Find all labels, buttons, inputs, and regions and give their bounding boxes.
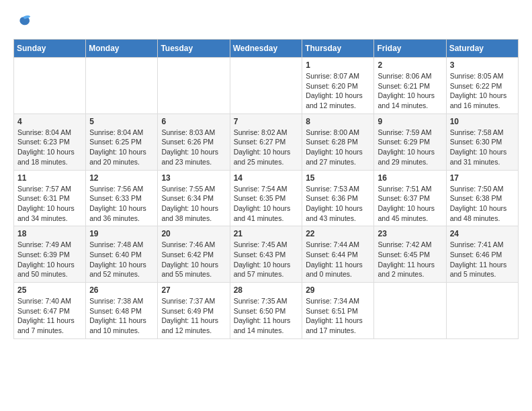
day-info: Sunrise: 8:07 AM Sunset: 6:20 PM Dayligh…: [306, 71, 370, 111]
logo: [13, 13, 35, 32]
calendar-cell: 6Sunrise: 8:03 AM Sunset: 6:26 PM Daylig…: [158, 113, 230, 170]
calendar-header-wednesday: Wednesday: [230, 40, 302, 58]
calendar-cell: [374, 283, 446, 339]
day-info: Sunrise: 7:53 AM Sunset: 6:36 PM Dayligh…: [306, 184, 370, 224]
day-number: 6: [161, 117, 226, 126]
calendar-cell: 14Sunrise: 7:54 AM Sunset: 6:35 PM Dayli…: [230, 170, 302, 226]
calendar-week-row: 18Sunrise: 7:49 AM Sunset: 6:39 PM Dayli…: [14, 226, 519, 283]
day-info: Sunrise: 7:45 AM Sunset: 6:43 PM Dayligh…: [234, 240, 299, 279]
day-number: 24: [450, 229, 515, 238]
day-number: 2: [378, 60, 442, 70]
day-info: Sunrise: 8:02 AM Sunset: 6:27 PM Dayligh…: [234, 128, 299, 167]
day-info: Sunrise: 8:03 AM Sunset: 6:26 PM Dayligh…: [161, 128, 226, 167]
calendar-cell: 24Sunrise: 7:41 AM Sunset: 6:46 PM Dayli…: [446, 226, 518, 283]
day-info: Sunrise: 7:56 AM Sunset: 6:33 PM Dayligh…: [89, 184, 154, 224]
day-number: 15: [306, 173, 370, 183]
day-number: 11: [17, 173, 82, 183]
page-header: [13, 13, 519, 32]
day-number: 1: [306, 60, 370, 70]
calendar-header-monday: Monday: [86, 40, 158, 58]
day-info: Sunrise: 7:46 AM Sunset: 6:42 PM Dayligh…: [161, 240, 226, 279]
day-info: Sunrise: 7:57 AM Sunset: 6:31 PM Dayligh…: [17, 184, 82, 224]
calendar-header-saturday: Saturday: [446, 40, 518, 58]
day-number: 14: [234, 173, 299, 183]
calendar-cell: 3Sunrise: 8:05 AM Sunset: 6:22 PM Daylig…: [446, 58, 518, 114]
day-number: 16: [378, 173, 442, 183]
calendar-header-row: SundayMondayTuesdayWednesdayThursdayFrid…: [14, 40, 519, 58]
day-info: Sunrise: 7:37 AM Sunset: 6:49 PM Dayligh…: [161, 296, 226, 336]
calendar-cell: 1Sunrise: 8:07 AM Sunset: 6:20 PM Daylig…: [302, 58, 374, 114]
calendar-cell: 11Sunrise: 7:57 AM Sunset: 6:31 PM Dayli…: [14, 170, 86, 226]
day-number: 3: [450, 60, 515, 70]
day-number: 17: [450, 173, 515, 183]
day-number: 21: [234, 229, 299, 238]
calendar-header-thursday: Thursday: [302, 40, 374, 58]
day-number: 29: [306, 285, 370, 295]
day-info: Sunrise: 7:51 AM Sunset: 6:37 PM Dayligh…: [378, 184, 442, 224]
day-number: 8: [306, 117, 370, 126]
calendar-cell: 21Sunrise: 7:45 AM Sunset: 6:43 PM Dayli…: [230, 226, 302, 283]
calendar-header-sunday: Sunday: [14, 40, 86, 58]
calendar-cell: 12Sunrise: 7:56 AM Sunset: 6:33 PM Dayli…: [86, 170, 158, 226]
calendar-cell: 23Sunrise: 7:42 AM Sunset: 6:45 PM Dayli…: [374, 226, 446, 283]
day-number: 5: [89, 117, 154, 126]
day-info: Sunrise: 8:04 AM Sunset: 6:23 PM Dayligh…: [17, 128, 82, 167]
calendar-cell: 9Sunrise: 7:59 AM Sunset: 6:29 PM Daylig…: [374, 113, 446, 170]
calendar-week-row: 11Sunrise: 7:57 AM Sunset: 6:31 PM Dayli…: [14, 170, 519, 226]
day-info: Sunrise: 8:06 AM Sunset: 6:21 PM Dayligh…: [378, 71, 442, 111]
calendar-cell: 20Sunrise: 7:46 AM Sunset: 6:42 PM Dayli…: [158, 226, 230, 283]
calendar-cell: 28Sunrise: 7:35 AM Sunset: 6:50 PM Dayli…: [230, 283, 302, 339]
day-number: 12: [89, 173, 154, 183]
day-info: Sunrise: 8:05 AM Sunset: 6:22 PM Dayligh…: [450, 71, 515, 111]
day-number: 25: [17, 285, 82, 295]
calendar-week-row: 1Sunrise: 8:07 AM Sunset: 6:20 PM Daylig…: [14, 58, 519, 114]
calendar-cell: 19Sunrise: 7:48 AM Sunset: 6:40 PM Dayli…: [86, 226, 158, 283]
day-number: 23: [378, 229, 442, 238]
day-number: 13: [161, 173, 226, 183]
calendar-cell: 25Sunrise: 7:40 AM Sunset: 6:47 PM Dayli…: [14, 283, 86, 339]
calendar-cell: 16Sunrise: 7:51 AM Sunset: 6:37 PM Dayli…: [374, 170, 446, 226]
day-number: 4: [17, 117, 82, 126]
calendar-cell: 22Sunrise: 7:44 AM Sunset: 6:44 PM Dayli…: [302, 226, 374, 283]
calendar-cell: 4Sunrise: 8:04 AM Sunset: 6:23 PM Daylig…: [14, 113, 86, 170]
calendar-cell: 10Sunrise: 7:58 AM Sunset: 6:30 PM Dayli…: [446, 113, 518, 170]
day-info: Sunrise: 8:04 AM Sunset: 6:25 PM Dayligh…: [89, 128, 154, 167]
day-info: Sunrise: 7:35 AM Sunset: 6:50 PM Dayligh…: [234, 296, 299, 336]
calendar-table: SundayMondayTuesdayWednesdayThursdayFrid…: [13, 39, 519, 339]
day-number: 18: [17, 229, 82, 238]
calendar-cell: 5Sunrise: 8:04 AM Sunset: 6:25 PM Daylig…: [86, 113, 158, 170]
day-info: Sunrise: 7:54 AM Sunset: 6:35 PM Dayligh…: [234, 184, 299, 224]
day-info: Sunrise: 7:40 AM Sunset: 6:47 PM Dayligh…: [17, 296, 82, 336]
calendar-cell: 8Sunrise: 8:00 AM Sunset: 6:28 PM Daylig…: [302, 113, 374, 170]
day-info: Sunrise: 7:50 AM Sunset: 6:38 PM Dayligh…: [450, 184, 515, 224]
day-number: 19: [89, 229, 154, 238]
day-info: Sunrise: 7:49 AM Sunset: 6:39 PM Dayligh…: [17, 240, 82, 279]
day-number: 10: [450, 117, 515, 126]
day-info: Sunrise: 8:00 AM Sunset: 6:28 PM Dayligh…: [306, 128, 370, 167]
day-info: Sunrise: 7:41 AM Sunset: 6:46 PM Dayligh…: [450, 240, 515, 279]
day-number: 9: [378, 117, 442, 126]
calendar-cell: 2Sunrise: 8:06 AM Sunset: 6:21 PM Daylig…: [374, 58, 446, 114]
calendar-cell: [446, 283, 518, 339]
day-number: 26: [89, 285, 154, 295]
day-info: Sunrise: 7:38 AM Sunset: 6:48 PM Dayligh…: [89, 296, 154, 336]
calendar-week-row: 4Sunrise: 8:04 AM Sunset: 6:23 PM Daylig…: [14, 113, 519, 170]
calendar-week-row: 25Sunrise: 7:40 AM Sunset: 6:47 PM Dayli…: [14, 283, 519, 339]
calendar-cell: 27Sunrise: 7:37 AM Sunset: 6:49 PM Dayli…: [158, 283, 230, 339]
day-number: 22: [306, 229, 370, 238]
calendar-cell: 13Sunrise: 7:55 AM Sunset: 6:34 PM Dayli…: [158, 170, 230, 226]
day-info: Sunrise: 7:59 AM Sunset: 6:29 PM Dayligh…: [378, 128, 442, 167]
calendar-cell: 29Sunrise: 7:34 AM Sunset: 6:51 PM Dayli…: [302, 283, 374, 339]
calendar-cell: 7Sunrise: 8:02 AM Sunset: 6:27 PM Daylig…: [230, 113, 302, 170]
day-info: Sunrise: 7:42 AM Sunset: 6:45 PM Dayligh…: [378, 240, 442, 279]
calendar-cell: 26Sunrise: 7:38 AM Sunset: 6:48 PM Dayli…: [86, 283, 158, 339]
calendar-cell: 17Sunrise: 7:50 AM Sunset: 6:38 PM Dayli…: [446, 170, 518, 226]
day-number: 20: [161, 229, 226, 238]
logo-icon: [13, 13, 32, 32]
calendar-cell: [86, 58, 158, 114]
calendar-cell: [230, 58, 302, 114]
calendar-cell: [158, 58, 230, 114]
day-info: Sunrise: 7:58 AM Sunset: 6:30 PM Dayligh…: [450, 128, 515, 167]
calendar-cell: [14, 58, 86, 114]
day-number: 27: [161, 285, 226, 295]
